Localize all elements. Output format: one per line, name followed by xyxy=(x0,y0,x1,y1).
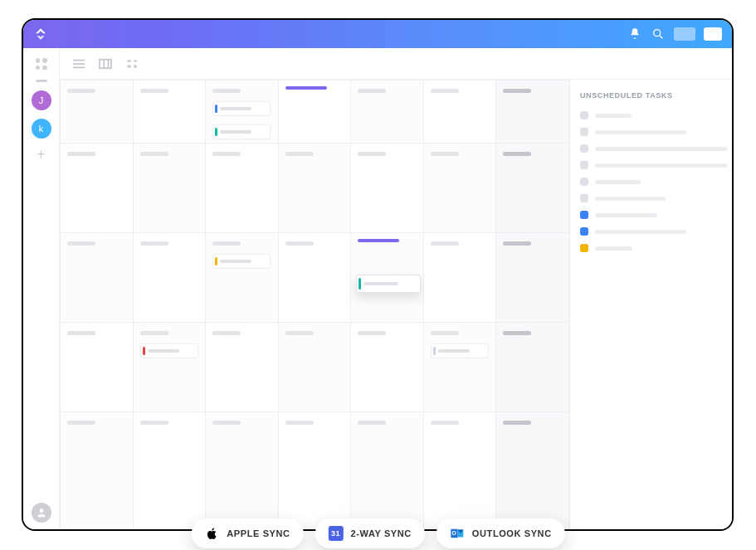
task-title-placeholder xyxy=(595,230,686,234)
calendar-cell[interactable] xyxy=(133,144,206,233)
calendar-cell[interactable] xyxy=(496,144,569,233)
calendar-event[interactable] xyxy=(212,101,271,116)
task-title-placeholder xyxy=(595,130,686,134)
unscheduled-task[interactable] xyxy=(580,144,722,153)
day-label-placeholder xyxy=(212,152,241,156)
calendar-cell[interactable] xyxy=(351,80,424,144)
day-label-placeholder xyxy=(431,152,459,156)
calendar-cell[interactable] xyxy=(423,80,496,144)
search-icon[interactable] xyxy=(651,27,666,41)
outlook-sync-chip[interactable]: O OUTLOOK SYNC xyxy=(437,518,565,548)
board-view-icon[interactable] xyxy=(98,57,113,71)
unscheduled-task[interactable] xyxy=(580,161,722,169)
unscheduled-task[interactable] xyxy=(580,211,722,219)
calendar-cell[interactable] xyxy=(278,412,351,530)
calendar-cell[interactable] xyxy=(206,80,279,144)
calendar-cell[interactable] xyxy=(351,412,424,530)
svg-line-1 xyxy=(660,36,662,38)
unscheduled-task[interactable] xyxy=(580,128,722,136)
day-label-placeholder xyxy=(358,152,386,156)
calendar-cell[interactable] xyxy=(61,412,134,530)
unscheduled-task[interactable] xyxy=(580,111,722,119)
calendar-cell[interactable] xyxy=(61,323,134,412)
calendar-cell[interactable] xyxy=(496,233,569,323)
task-status-dot xyxy=(580,244,588,252)
day-label-placeholder xyxy=(503,421,531,425)
apple-icon xyxy=(204,526,219,541)
calendar-event[interactable] xyxy=(212,124,271,139)
calendar-cell[interactable] xyxy=(206,233,279,323)
calendar-event[interactable] xyxy=(140,343,198,358)
calendar-event[interactable] xyxy=(431,343,489,358)
calendar-cell[interactable] xyxy=(278,80,351,144)
task-status-dot xyxy=(580,111,588,119)
task-title-placeholder xyxy=(595,114,632,118)
gcal-sync-chip[interactable]: 31 2-WAY SYNC xyxy=(315,518,425,548)
day-label-placeholder xyxy=(503,152,531,156)
spaces-icon[interactable] xyxy=(34,56,49,71)
day-label-placeholder xyxy=(212,331,241,335)
task-title-placeholder xyxy=(595,246,632,251)
calendar[interactable]: ✥ xyxy=(60,80,569,529)
unscheduled-task[interactable] xyxy=(580,178,722,186)
calendar-cell[interactable] xyxy=(496,80,569,144)
task-status-dot xyxy=(580,128,588,136)
calendar-cell[interactable] xyxy=(423,412,496,530)
day-label-placeholder xyxy=(503,331,531,335)
app-window: J k + xyxy=(22,18,734,531)
calendar-cell[interactable] xyxy=(423,144,496,233)
dragging-event[interactable] xyxy=(356,275,421,293)
day-label-placeholder xyxy=(67,89,95,93)
task-status-dot xyxy=(580,144,588,153)
calendar-cell[interactable] xyxy=(278,144,351,233)
calendar-cell[interactable] xyxy=(61,80,134,144)
add-space-button[interactable]: + xyxy=(34,147,49,162)
header-chip-2[interactable] xyxy=(704,27,722,41)
calendar-cell[interactable] xyxy=(351,144,424,233)
apple-sync-chip[interactable]: APPLE SYNC xyxy=(191,518,303,548)
day-label-placeholder xyxy=(140,152,168,156)
sidebar-divider xyxy=(36,80,47,82)
task-status-dot xyxy=(580,161,588,169)
calendar-cell[interactable] xyxy=(423,233,496,323)
calendar-cell[interactable]: ✥ xyxy=(351,233,424,323)
day-label-placeholder xyxy=(431,421,459,425)
avatar-k[interactable]: k xyxy=(32,119,51,139)
calendar-cell[interactable] xyxy=(278,233,351,323)
calendar-cell[interactable] xyxy=(206,412,279,530)
calendar-cell[interactable] xyxy=(61,233,134,323)
calendar-event[interactable] xyxy=(212,254,271,269)
titlebar xyxy=(23,20,732,48)
avatar-j[interactable]: J xyxy=(32,90,51,110)
calendar-cell[interactable] xyxy=(351,323,424,412)
day-label-placeholder xyxy=(285,241,314,246)
calendar-cell[interactable] xyxy=(423,323,496,412)
calendar-cell[interactable] xyxy=(133,80,206,144)
calendar-cell[interactable] xyxy=(133,233,206,323)
calendar-cell[interactable] xyxy=(133,412,206,530)
unscheduled-panel: UNSCHEDULED TASKS xyxy=(569,80,732,529)
today-accent xyxy=(285,86,327,90)
day-label-placeholder xyxy=(212,89,241,93)
profile-icon[interactable] xyxy=(32,503,51,523)
header-chip-1[interactable] xyxy=(674,27,695,41)
grid-view-icon[interactable] xyxy=(124,57,139,71)
calendar-cell[interactable] xyxy=(278,323,351,412)
task-status-dot xyxy=(580,227,588,236)
bell-icon[interactable] xyxy=(627,27,642,41)
unscheduled-task[interactable] xyxy=(580,244,722,252)
gcal-icon: 31 xyxy=(329,526,344,541)
calendar-cell[interactable] xyxy=(133,323,206,412)
calendar-cell[interactable] xyxy=(496,323,569,412)
list-view-icon[interactable] xyxy=(71,57,86,71)
unscheduled-task[interactable] xyxy=(580,194,722,202)
calendar-cell[interactable] xyxy=(206,323,279,412)
calendar-cell[interactable] xyxy=(61,144,134,233)
task-title-placeholder xyxy=(595,197,666,201)
calendar-cell[interactable] xyxy=(206,144,279,233)
app-logo[interactable] xyxy=(33,27,48,41)
unscheduled-task[interactable] xyxy=(580,227,722,236)
calendar-cell[interactable] xyxy=(496,412,569,530)
day-label-placeholder xyxy=(285,421,314,425)
day-label-placeholder xyxy=(212,421,241,425)
